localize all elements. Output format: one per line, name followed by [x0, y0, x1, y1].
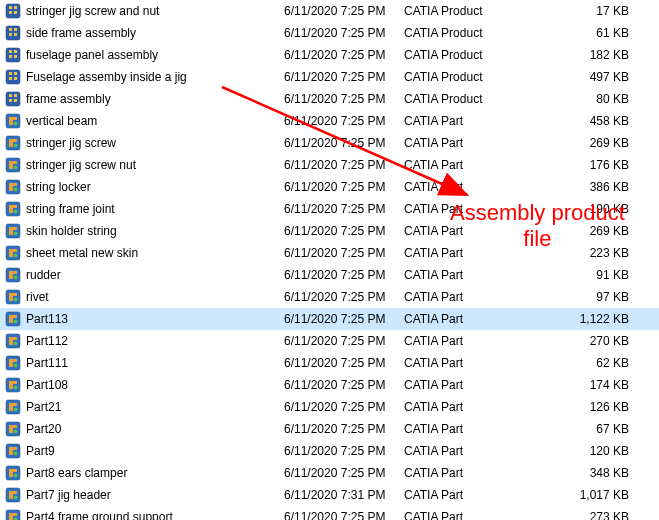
- file-row[interactable]: Part216/11/2020 7:25 PMCATIA Part126 KB: [0, 396, 659, 418]
- file-row[interactable]: string locker6/11/2020 7:25 PMCATIA Part…: [0, 176, 659, 198]
- file-type: CATIA Part: [404, 378, 534, 392]
- file-row[interactable]: Part8 ears clamper6/11/2020 7:25 PMCATIA…: [0, 462, 659, 484]
- file-row[interactable]: stringer jig screw nut6/11/2020 7:25 PMC…: [0, 154, 659, 176]
- file-date: 6/11/2020 7:25 PM: [284, 246, 404, 260]
- svg-rect-9: [14, 33, 17, 36]
- file-row[interactable]: Part206/11/2020 7:25 PMCATIA Part67 KB: [0, 418, 659, 440]
- svg-point-52: [14, 408, 18, 412]
- svg-rect-6: [9, 28, 12, 31]
- file-row[interactable]: rivet6/11/2020 7:25 PMCATIA Part97 KB: [0, 286, 659, 308]
- file-size: 182 KB: [534, 48, 645, 62]
- file-size: 126 KB: [534, 400, 645, 414]
- svg-rect-10: [6, 48, 20, 62]
- catia-part-icon: [4, 509, 22, 520]
- file-name: frame assembly: [22, 92, 284, 106]
- file-name: skin holder string: [22, 224, 284, 238]
- svg-point-46: [14, 342, 18, 346]
- file-type: CATIA Product: [404, 26, 534, 40]
- file-row[interactable]: vertical beam6/11/2020 7:25 PMCATIA Part…: [0, 110, 659, 132]
- svg-rect-17: [14, 72, 17, 75]
- file-name: Fuselage assemby inside a jig: [22, 70, 284, 84]
- catia-part-icon: [4, 355, 22, 371]
- svg-rect-24: [14, 99, 17, 102]
- file-size: 1,017 KB: [534, 488, 645, 502]
- svg-rect-5: [6, 26, 20, 40]
- file-size: 174 KB: [534, 378, 645, 392]
- file-size: 62 KB: [534, 356, 645, 370]
- svg-rect-2: [14, 6, 17, 9]
- svg-rect-1: [9, 6, 12, 9]
- file-row[interactable]: Part4 frame ground support6/11/2020 7:25…: [0, 506, 659, 520]
- catia-part-icon: [4, 443, 22, 459]
- file-date: 6/11/2020 7:25 PM: [284, 378, 404, 392]
- file-date: 6/11/2020 7:25 PM: [284, 422, 404, 436]
- file-date: 6/11/2020 7:25 PM: [284, 136, 404, 150]
- catia-part-icon: [4, 135, 22, 151]
- file-size: 91 KB: [534, 268, 645, 282]
- file-date: 6/11/2020 7:25 PM: [284, 4, 404, 18]
- file-size: 17 KB: [534, 4, 645, 18]
- file-row[interactable]: sheet metal new skin6/11/2020 7:25 PMCAT…: [0, 242, 659, 264]
- svg-rect-22: [14, 94, 17, 97]
- svg-rect-18: [9, 77, 12, 80]
- svg-rect-4: [14, 11, 17, 14]
- file-size: 176 KB: [534, 158, 645, 172]
- file-date: 6/11/2020 7:25 PM: [284, 510, 404, 520]
- file-date: 6/11/2020 7:25 PM: [284, 224, 404, 238]
- file-row[interactable]: rudder6/11/2020 7:25 PMCATIA Part91 KB: [0, 264, 659, 286]
- file-row[interactable]: Part1116/11/2020 7:25 PMCATIA Part62 KB: [0, 352, 659, 374]
- catia-part-icon: [4, 333, 22, 349]
- file-size: 190 KB: [534, 202, 645, 216]
- file-name: Part112: [22, 334, 284, 348]
- file-size: 386 KB: [534, 180, 645, 194]
- file-date: 6/11/2020 7:25 PM: [284, 26, 404, 40]
- file-size: 1,122 KB: [534, 312, 645, 326]
- file-size: 80 KB: [534, 92, 645, 106]
- file-row[interactable]: Part1086/11/2020 7:25 PMCATIA Part174 KB: [0, 374, 659, 396]
- catia-product-icon: [4, 3, 22, 19]
- file-row[interactable]: frame assembly6/11/2020 7:25 PMCATIA Pro…: [0, 88, 659, 110]
- file-name: stringer jig screw and nut: [22, 4, 284, 18]
- catia-part-icon: [4, 399, 22, 415]
- file-type: CATIA Part: [404, 202, 534, 216]
- file-row[interactable]: fuselage panel assembly6/11/2020 7:25 PM…: [0, 44, 659, 66]
- file-name: stringer jig screw nut: [22, 158, 284, 172]
- svg-rect-16: [9, 72, 12, 75]
- catia-product-icon: [4, 25, 22, 41]
- file-row[interactable]: Part7 jig header6/11/2020 7:31 PMCATIA P…: [0, 484, 659, 506]
- file-row[interactable]: Part1126/11/2020 7:25 PMCATIA Part270 KB: [0, 330, 659, 352]
- catia-part-icon: [4, 157, 22, 173]
- svg-point-50: [14, 386, 18, 390]
- file-name: Part20: [22, 422, 284, 436]
- file-row[interactable]: string frame joint6/11/2020 7:25 PMCATIA…: [0, 198, 659, 220]
- file-row[interactable]: Part96/11/2020 7:25 PMCATIA Part120 KB: [0, 440, 659, 462]
- svg-point-28: [14, 144, 18, 148]
- svg-rect-15: [6, 70, 20, 84]
- file-row[interactable]: stringer jig screw6/11/2020 7:25 PMCATIA…: [0, 132, 659, 154]
- file-type: CATIA Part: [404, 422, 534, 436]
- file-row[interactable]: stringer jig screw and nut6/11/2020 7:25…: [0, 0, 659, 22]
- file-date: 6/11/2020 7:25 PM: [284, 334, 404, 348]
- file-size: 269 KB: [534, 136, 645, 150]
- file-list: stringer jig screw and nut6/11/2020 7:25…: [0, 0, 659, 520]
- svg-point-48: [14, 364, 18, 368]
- file-row[interactable]: side frame assembly6/11/2020 7:25 PMCATI…: [0, 22, 659, 44]
- catia-part-icon: [4, 289, 22, 305]
- file-size: 497 KB: [534, 70, 645, 84]
- file-type: CATIA Part: [404, 510, 534, 520]
- file-date: 6/11/2020 7:31 PM: [284, 488, 404, 502]
- catia-part-icon: [4, 179, 22, 195]
- file-row[interactable]: Part1136/11/2020 7:25 PMCATIA Part1,122 …: [0, 308, 659, 330]
- file-row[interactable]: skin holder string6/11/2020 7:25 PMCATIA…: [0, 220, 659, 242]
- file-type: CATIA Part: [404, 224, 534, 238]
- file-row[interactable]: Fuselage assemby inside a jig6/11/2020 7…: [0, 66, 659, 88]
- file-date: 6/11/2020 7:25 PM: [284, 114, 404, 128]
- file-size: 348 KB: [534, 466, 645, 480]
- svg-point-58: [14, 474, 18, 478]
- file-type: CATIA Part: [404, 334, 534, 348]
- svg-rect-12: [14, 50, 17, 53]
- file-date: 6/11/2020 7:25 PM: [284, 400, 404, 414]
- file-type: CATIA Part: [404, 180, 534, 194]
- file-name: string frame joint: [22, 202, 284, 216]
- catia-part-icon: [4, 223, 22, 239]
